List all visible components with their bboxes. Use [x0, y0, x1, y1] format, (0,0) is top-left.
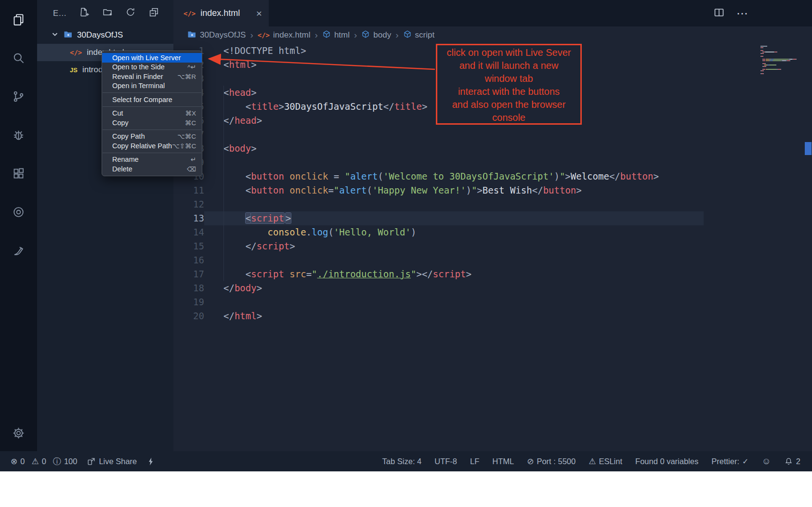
token: script [257, 241, 290, 251]
language-status[interactable]: HTML [492, 457, 514, 466]
split-editor-icon[interactable] [713, 7, 725, 20]
notifications-status[interactable]: 2 [784, 457, 800, 466]
tab-label: index.html [200, 8, 240, 18]
code-line[interactable]: 9 [173, 156, 812, 169]
minimap-line [760, 65, 805, 65]
code-line[interactable]: 11 <button onclick="alert('Happy New Yea… [173, 183, 812, 197]
breadcrumb-item-folder[interactable]: 30DaysOfJS [187, 29, 246, 41]
menu-item-rename[interactable]: Rename↵ [102, 155, 202, 165]
encoding-status[interactable]: UTF-8 [434, 457, 457, 466]
line-content [204, 197, 704, 211]
code-line[interactable]: 14 console.log('Hello, World') [173, 225, 812, 239]
code-line[interactable]: 7 [173, 128, 812, 142]
token: </ [383, 101, 394, 112]
tree-root-folder[interactable]: 30DaysOfJS [37, 26, 173, 44]
token: onclick [289, 171, 328, 182]
eslint-status[interactable]: ⚠ ESLint [589, 456, 622, 467]
token: <!DOCTYPE html> [223, 45, 306, 56]
debug-icon[interactable] [0, 116, 37, 154]
breadcrumb-item-html[interactable]: html [322, 30, 350, 41]
code-line[interactable]: 12 [173, 197, 812, 211]
code-line[interactable]: 13 <script> [173, 211, 812, 225]
token: head [235, 115, 257, 126]
search-icon[interactable] [0, 39, 37, 77]
indent-guide [223, 86, 224, 281]
minimap[interactable] [760, 46, 805, 75]
minimap-line [760, 53, 805, 54]
minimap-token [763, 56, 763, 57]
explorer-icon[interactable] [0, 0, 37, 39]
minimap-line [760, 63, 805, 64]
eslint-warning-icon: ⚠ [589, 456, 596, 467]
collapse-all-icon[interactable] [148, 7, 159, 20]
encoding-label: UTF-8 [434, 457, 457, 466]
token: alert [350, 171, 378, 182]
context-menu: Open with Live ServerOpen to the Side^↵R… [102, 51, 202, 176]
tab-index-html[interactable]: </​> index.html × [173, 0, 269, 26]
token: body [229, 143, 251, 154]
refresh-icon[interactable] [125, 7, 136, 20]
menu-item-select-for-compare[interactable]: Select for Compare [102, 95, 202, 104]
minimap-line [760, 54, 805, 55]
code-line[interactable]: 10 <button onclick = "alert('Welcome to … [173, 169, 812, 183]
code-line[interactable]: 16 [173, 253, 812, 267]
menu-item-shortcut: ⌘C [185, 119, 196, 127]
eol-status[interactable]: LF [470, 457, 479, 466]
menu-item-cut[interactable]: Cut⌘X [102, 109, 202, 118]
source-control-icon[interactable] [0, 77, 37, 116]
new-file-icon[interactable] [79, 7, 90, 20]
new-folder-icon[interactable] [102, 7, 113, 20]
bolt-status[interactable] [146, 457, 156, 466]
breadcrumb-item-script[interactable]: script [403, 30, 435, 41]
port-status[interactable]: ⊘ Port : 5500 [527, 456, 576, 467]
pen-icon[interactable] [0, 231, 37, 270]
bottom-margin [0, 471, 812, 507]
code-line[interactable]: 8<body> [173, 142, 812, 156]
breadcrumb-item-body[interactable]: body [361, 30, 391, 41]
minimap-line [760, 70, 805, 71]
feedback-status[interactable]: ☺ [761, 456, 771, 467]
live-share-icon[interactable] [0, 193, 37, 231]
menu-item-open-with-live-server[interactable]: Open with Live Server [102, 53, 202, 63]
minimap-line [760, 46, 805, 47]
token [223, 101, 246, 112]
code-line[interactable]: 20</html> [173, 309, 812, 323]
menu-item-open-to-the-side[interactable]: Open to the Side^↵ [102, 63, 202, 72]
tab-size-status[interactable]: Tab Size: 4 [382, 457, 422, 466]
breadcrumb-separator: › [250, 30, 253, 40]
code-line[interactable]: 18</body> [173, 281, 812, 295]
status-bar-right: Tab Size: 4 UTF-8 LF HTML ⊘ Port : 5500 … [382, 456, 800, 467]
extensions-icon[interactable] [0, 154, 37, 193]
minimap-line [760, 57, 805, 58]
menu-item-copy-path[interactable]: Copy Path⌥⌘C [102, 132, 202, 142]
more-actions-icon[interactable]: ⋯ [736, 7, 748, 20]
code-line[interactable]: 17 <script src="./introduction.js"></scr… [173, 267, 812, 281]
menu-item-delete[interactable]: Delete⌫ [102, 164, 202, 174]
token: " [334, 185, 339, 195]
token: html [235, 311, 257, 321]
close-icon[interactable]: × [256, 8, 262, 18]
menu-item-copy-relative-path[interactable]: Copy Relative Path⌥⇧⌘C [102, 141, 202, 151]
menu-item-label: Open to the Side [112, 63, 187, 71]
token: < [246, 101, 251, 112]
token: > [251, 87, 256, 98]
menu-item-reveal-in-finder[interactable]: Reveal in Finder⌥⌘R [102, 72, 202, 81]
live-share-status[interactable]: Live Share [87, 457, 137, 466]
breadcrumb-item-file[interactable]: </​> index.html [258, 30, 311, 40]
minimap-line [760, 49, 805, 50]
menu-item-open-in-terminal[interactable]: Open in Terminal [102, 81, 202, 91]
symbol-cube-icon [403, 30, 412, 41]
activity-bar [0, 0, 37, 451]
code-line[interactable]: 15 </script> [173, 239, 812, 253]
token: > [278, 101, 284, 112]
minimap-token [796, 59, 797, 60]
prettier-status[interactable]: Prettier: ✓ [711, 457, 748, 466]
warning-icon: ⚠ [31, 456, 39, 467]
menu-item-copy[interactable]: Copy⌘C [102, 118, 202, 128]
problems-status[interactable]: ⊗ 0 ⚠ 0 ⓘ 100 [11, 456, 77, 467]
line-content: <body> [204, 142, 704, 156]
token: > [576, 185, 581, 195]
code-line[interactable]: 19 [173, 295, 812, 309]
settings-gear-icon[interactable] [0, 415, 37, 451]
variables-status[interactable]: Found 0 variables [635, 457, 698, 466]
